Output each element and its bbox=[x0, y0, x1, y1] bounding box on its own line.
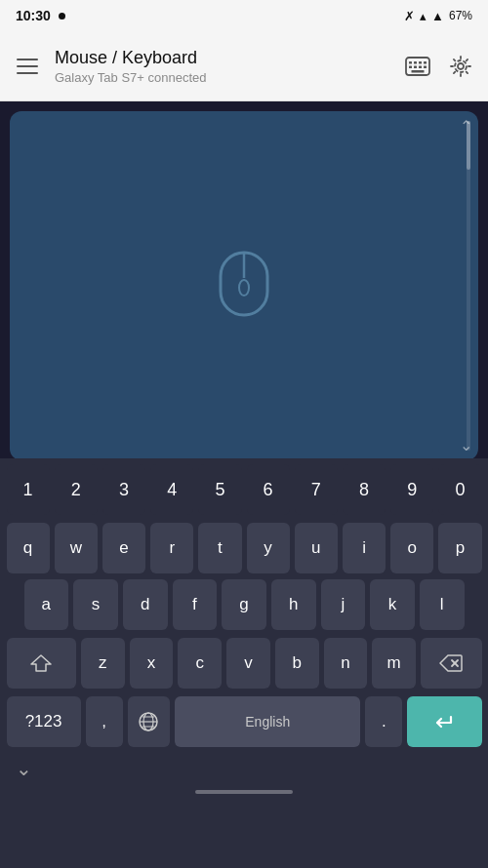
bottom-row: ?123 , English . bbox=[0, 690, 488, 751]
svg-rect-1 bbox=[409, 61, 412, 64]
svg-rect-6 bbox=[414, 65, 417, 68]
key-s[interactable]: s bbox=[73, 579, 118, 630]
app-header: Mouse / Keyboard Galaxy Tab S7+ connecte… bbox=[0, 31, 488, 101]
mouse-icon bbox=[219, 251, 269, 321]
key-8[interactable]: 8 bbox=[343, 464, 386, 515]
enter-icon bbox=[433, 713, 455, 730]
qwerty-row: q w e r t y u i o p bbox=[0, 517, 488, 575]
backspace-icon bbox=[439, 654, 463, 672]
key-1[interactable]: 1 bbox=[7, 464, 50, 515]
key-b[interactable]: b bbox=[275, 638, 319, 689]
key-a[interactable]: a bbox=[24, 579, 69, 630]
shift-icon bbox=[30, 654, 52, 672]
svg-rect-3 bbox=[419, 61, 422, 64]
key-g[interactable]: g bbox=[222, 579, 266, 630]
svg-rect-8 bbox=[424, 65, 427, 68]
globe-button[interactable] bbox=[128, 696, 170, 747]
key-0[interactable]: 0 bbox=[438, 464, 481, 515]
key-w[interactable]: w bbox=[55, 523, 98, 573]
key-t[interactable]: t bbox=[198, 523, 241, 573]
wifi-icon: ▴ bbox=[420, 9, 427, 23]
svg-rect-2 bbox=[414, 61, 417, 64]
svg-marker-15 bbox=[31, 655, 51, 671]
key-m[interactable]: m bbox=[372, 638, 416, 689]
key-e[interactable]: e bbox=[102, 523, 145, 573]
hide-keyboard-button[interactable]: ⌄ bbox=[16, 757, 32, 780]
header-actions bbox=[398, 47, 480, 86]
number-row: 1 2 3 4 5 6 7 8 9 0 bbox=[0, 458, 488, 517]
menu-button[interactable] bbox=[8, 47, 47, 86]
key-9[interactable]: 9 bbox=[390, 464, 433, 515]
bluetooth-icon: ✗ bbox=[404, 9, 415, 23]
key-p[interactable]: p bbox=[438, 523, 481, 573]
key-3[interactable]: 3 bbox=[102, 464, 145, 515]
settings-icon bbox=[449, 55, 472, 78]
bottom-bar bbox=[0, 782, 488, 798]
key-j[interactable]: j bbox=[321, 579, 366, 630]
key-u[interactable]: u bbox=[295, 523, 338, 573]
svg-point-14 bbox=[239, 280, 249, 296]
keyboard-icon bbox=[405, 57, 430, 76]
key-h[interactable]: h bbox=[271, 579, 316, 630]
status-right: ✗ ▴ ▲ 67% bbox=[404, 9, 472, 23]
device-status: Galaxy Tab S7+ connected bbox=[55, 70, 398, 85]
settings-button[interactable] bbox=[441, 47, 480, 86]
status-bar: 10:30 ✗ ▴ ▲ 67% bbox=[0, 0, 488, 31]
key-5[interactable]: 5 bbox=[198, 464, 241, 515]
nav-handle bbox=[195, 790, 293, 794]
key-d[interactable]: d bbox=[123, 579, 168, 630]
svg-rect-9 bbox=[412, 70, 425, 73]
key-7[interactable]: 7 bbox=[295, 464, 338, 515]
svg-rect-5 bbox=[409, 65, 412, 68]
svg-rect-7 bbox=[419, 65, 422, 68]
enter-button[interactable] bbox=[407, 696, 481, 747]
key-l[interactable]: l bbox=[420, 579, 465, 630]
key-6[interactable]: 6 bbox=[247, 464, 290, 515]
scrollbar-thumb bbox=[467, 121, 470, 170]
menu-line-3 bbox=[17, 72, 38, 74]
key-r[interactable]: r bbox=[150, 523, 193, 573]
keyboard-area: 1 2 3 4 5 6 7 8 9 0 q w e r t y u i o p … bbox=[0, 458, 488, 868]
menu-line-2 bbox=[17, 65, 38, 67]
key-y[interactable]: y bbox=[247, 523, 290, 573]
key-x[interactable]: x bbox=[130, 638, 174, 689]
key-4[interactable]: 4 bbox=[150, 464, 193, 515]
key-o[interactable]: o bbox=[390, 523, 433, 573]
key-i[interactable]: i bbox=[343, 523, 386, 573]
asdf-row: a s d f g h j k l bbox=[0, 575, 488, 632]
backspace-button[interactable] bbox=[421, 638, 482, 689]
period-key[interactable]: . bbox=[365, 696, 402, 747]
menu-line-1 bbox=[17, 59, 38, 60]
key-2[interactable]: 2 bbox=[55, 464, 98, 515]
keyboard-button[interactable] bbox=[398, 47, 437, 86]
symbols-button[interactable]: ?123 bbox=[7, 696, 81, 747]
trackpad-area[interactable]: ⌃ ⌄ bbox=[10, 111, 478, 460]
comma-key[interactable]: , bbox=[86, 696, 123, 747]
svg-rect-4 bbox=[424, 61, 427, 64]
zxcv-row: z x c v b n m bbox=[0, 632, 488, 690]
key-k[interactable]: k bbox=[370, 579, 415, 630]
scrollbar[interactable] bbox=[467, 121, 470, 451]
key-c[interactable]: c bbox=[178, 638, 222, 689]
space-button[interactable]: English bbox=[175, 696, 360, 747]
status-time: 10:30 bbox=[16, 8, 51, 23]
chevron-row: ⌄ bbox=[0, 751, 488, 782]
svg-point-11 bbox=[455, 60, 467, 72]
header-title-block: Mouse / Keyboard Galaxy Tab S7+ connecte… bbox=[55, 48, 398, 85]
signal-icon: ▲ bbox=[431, 9, 444, 23]
status-left: 10:30 bbox=[16, 8, 65, 23]
globe-icon bbox=[138, 711, 159, 732]
key-v[interactable]: v bbox=[226, 638, 270, 689]
key-z[interactable]: z bbox=[81, 638, 125, 689]
key-n[interactable]: n bbox=[324, 638, 368, 689]
status-dot-icon bbox=[59, 13, 65, 20]
key-f[interactable]: f bbox=[173, 579, 218, 630]
page-title: Mouse / Keyboard bbox=[55, 48, 398, 68]
battery-level: 67% bbox=[449, 9, 472, 22]
svg-point-10 bbox=[458, 63, 464, 69]
key-q[interactable]: q bbox=[7, 523, 50, 573]
shift-button[interactable] bbox=[7, 638, 77, 689]
